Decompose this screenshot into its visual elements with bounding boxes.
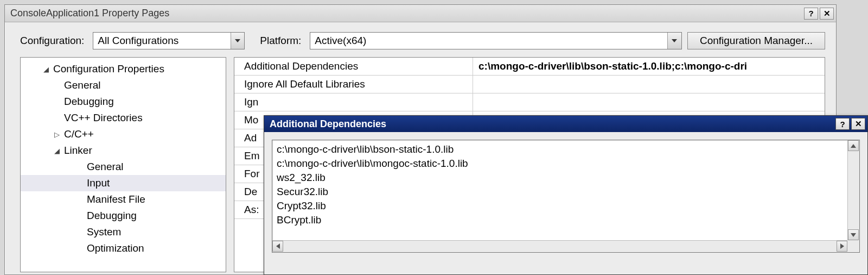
vertical-scrollbar[interactable]: [847, 140, 859, 240]
config-row: Configuration: Platform: Configuration M…: [5, 22, 836, 57]
platform-combo[interactable]: [310, 32, 682, 49]
tree-collapsed-icon: ▷: [52, 130, 62, 139]
configuration-dropdown-arrow[interactable]: [231, 33, 244, 49]
platform-value[interactable]: [310, 34, 667, 48]
main-close-button[interactable]: ✕: [820, 8, 834, 20]
scrollbar-corner: [847, 240, 859, 252]
tree-root-label: Configuration Properties: [53, 63, 164, 75]
configuration-combo[interactable]: [93, 32, 245, 49]
tree-item-linker-system[interactable]: System: [21, 224, 226, 240]
tree-expanded-icon: ◢: [52, 147, 62, 155]
tree-expanded-icon: ◢: [41, 65, 51, 73]
configuration-manager-button[interactable]: Configuration Manager...: [687, 32, 825, 49]
tree-item-linker-general[interactable]: General: [21, 159, 226, 175]
help-icon: ?: [840, 120, 845, 129]
tree-item-linker-manifest[interactable]: Manifest File: [21, 191, 226, 208]
configuration-label: Configuration:: [20, 35, 84, 47]
tree-pane[interactable]: ◢ Configuration Properties General Debug…: [20, 57, 226, 272]
platform-label: Platform:: [260, 35, 301, 47]
help-icon: ?: [808, 9, 813, 18]
tree-item-vcdirs[interactable]: VC++ Directories: [21, 110, 226, 126]
prop-value[interactable]: [473, 93, 825, 111]
prop-value[interactable]: [473, 76, 825, 93]
arrow-down-icon: [851, 233, 856, 237]
main-titlebar: ConsoleApplication1 Property Pages ? ✕: [5, 5, 836, 22]
tree-item-debugging[interactable]: Debugging: [21, 93, 226, 110]
scroll-down-button[interactable]: [848, 229, 859, 240]
arrow-up-icon: [851, 144, 856, 148]
close-icon: ✕: [855, 119, 862, 129]
dependencies-textarea[interactable]: c:\mongo-c-driver\lib\bson-static-1.0.li…: [272, 140, 860, 253]
tree-item-linker[interactable]: ◢ Linker: [21, 142, 226, 159]
tree-root[interactable]: ◢ Configuration Properties: [21, 61, 226, 77]
tree-item-general[interactable]: General: [21, 77, 226, 93]
grid-row-additional-dependencies[interactable]: Additional Dependencies c:\mongo-c-drive…: [234, 58, 825, 76]
dialog-close-button[interactable]: ✕: [851, 118, 865, 130]
main-help-button[interactable]: ?: [804, 8, 818, 20]
dependencies-text[interactable]: c:\mongo-c-driver\lib\bson-static-1.0.li…: [272, 140, 847, 240]
horizontal-scrollbar[interactable]: [272, 240, 847, 252]
prop-name: Ign: [234, 93, 473, 111]
dialog-titlebar: Additional Dependencies ? ✕: [264, 116, 867, 132]
platform-dropdown-arrow[interactable]: [667, 33, 681, 49]
tree-item-linker-optimization[interactable]: Optimization: [21, 240, 226, 257]
configuration-value[interactable]: [93, 34, 231, 48]
tree-item-linker-input[interactable]: Input: [21, 175, 226, 191]
chevron-down-icon: [235, 39, 240, 42]
arrow-right-icon: [840, 243, 844, 249]
chevron-down-icon: [672, 39, 677, 42]
arrow-left-icon: [276, 243, 280, 249]
dialog-help-button[interactable]: ?: [835, 118, 850, 130]
main-window-title: ConsoleApplication1 Property Pages: [10, 8, 802, 19]
close-icon: ✕: [824, 9, 831, 18]
tree-item-ccpp[interactable]: ▷ C/C++: [21, 126, 226, 142]
dialog-body: c:\mongo-c-driver\lib\bson-static-1.0.li…: [264, 132, 867, 260]
scroll-up-button[interactable]: [848, 140, 859, 151]
scroll-left-button[interactable]: [272, 241, 283, 252]
additional-dependencies-dialog: Additional Dependencies ? ✕ c:\mongo-c-d…: [264, 115, 868, 275]
tree-item-linker-debugging[interactable]: Debugging: [21, 208, 226, 224]
scroll-right-button[interactable]: [837, 241, 847, 252]
prop-name: Additional Dependencies: [234, 58, 473, 75]
dialog-title: Additional Dependencies: [270, 118, 834, 130]
prop-value[interactable]: c:\mongo-c-driver\lib\bson-static-1.0.li…: [473, 58, 825, 75]
grid-row[interactable]: Ign: [234, 93, 825, 111]
prop-name: Ignore All Default Libraries: [234, 76, 473, 93]
grid-row-ignore-all-default[interactable]: Ignore All Default Libraries: [234, 76, 825, 93]
